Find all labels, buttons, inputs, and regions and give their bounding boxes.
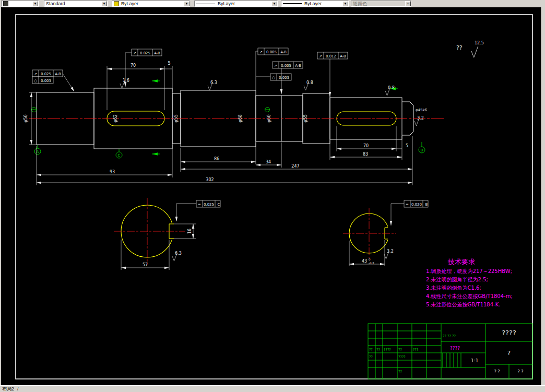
fcf-4[interactable]: ↗ 0.005 A-B — [256, 48, 288, 90]
color-combo[interactable]: ByLayer ▼ — [112, 1, 190, 7]
layer-combo-dropdown-icon[interactable]: ▼ — [32, 1, 38, 6]
general-roughness-note[interactable]: ?? 12.5 — [456, 41, 484, 57]
dim-label: 86 — [214, 157, 219, 161]
datum-target-mid[interactable] — [265, 108, 270, 112]
fcf-9[interactable]: = 0.020 B — [391, 200, 428, 225]
fcf-symbol: ○ — [272, 76, 275, 80]
tech-req-line: 2.未注明的圆角半径为2.5; — [426, 277, 488, 282]
dim-label: 5 — [168, 61, 170, 66]
fcf-value: 0.005 — [281, 64, 291, 68]
dim-keyway-right-length[interactable]: 70 5 — [337, 126, 408, 151]
drawing-canvas[interactable]: A C B 70 5 φ50 — [1, 7, 541, 385]
sheet-cell: ? ? — [517, 370, 523, 374]
linetype-value: ByLayer — [218, 1, 235, 6]
fcf-8[interactable]: = 0.025 C — [176, 200, 220, 221]
roughness-marks[interactable]: 1.6 6.3 0.8 0.8 3.2 6.3 3.2 — [120, 78, 424, 261]
tech-req-line: 3.未注明的倒角为C1.6; — [426, 285, 481, 291]
text-style-combo[interactable]: Standard ▼ — [44, 1, 108, 7]
title-block-cell: ???? — [384, 348, 391, 352]
scale-value: 1:1 — [471, 358, 478, 363]
datum-target-left[interactable] — [32, 108, 37, 112]
lineweight-dropdown-icon[interactable]: ▼ — [342, 1, 348, 6]
text-style-dropdown-icon[interactable]: ▼ — [101, 1, 107, 6]
linetype-combo[interactable]: ByLayer ▼ — [194, 1, 278, 7]
title-block[interactable]: ?? ?? ???? ?? ??? ?? ???? ?? ?? ?? ?? ??… — [368, 324, 532, 379]
dim-label: 70 — [363, 144, 369, 148]
fcf-7[interactable]: ↗ 0.012 A-B — [317, 52, 348, 97]
dim-length-302[interactable]: 302 — [37, 172, 412, 185]
fcf-value: 0.003 — [279, 76, 289, 80]
fcf-datum-ref: A-B — [340, 54, 346, 58]
fcf-symbol: ↗ — [133, 51, 136, 55]
text-style-value: Standard — [46, 1, 65, 6]
dim-label: φ55 — [174, 114, 179, 122]
dim-tolerance-upper: 0 — [369, 258, 371, 261]
dim-length-86[interactable]: 86 — [181, 142, 256, 164]
cross-section-right[interactable]: 43 0 -0.2 — [343, 208, 396, 266]
dim-keyway-left-length[interactable]: 70 5 — [107, 61, 172, 110]
dim-label: φ62 — [113, 114, 118, 122]
diameter-labels[interactable]: φ62 φ55 φ68 φ60 φ55 φ45k6 — [113, 108, 428, 123]
fcf-symbol: ↗ — [319, 54, 322, 58]
material-text: ? — [507, 350, 511, 357]
fcf-symbol: ↗ — [274, 64, 277, 68]
linetype-sample-icon — [196, 4, 215, 4]
fcf-2[interactable]: ○ 0.003 — [32, 77, 53, 84]
datum-b[interactable]: B — [419, 142, 425, 153]
fcf-6[interactable]: ○ 0.003 — [256, 74, 291, 80]
stamp-text: ???? — [450, 346, 460, 351]
technical-requirements[interactable]: 技术要求 1.调质处理，硬度为217～225HBW; 2.未注明的圆角半径为2.… — [426, 258, 513, 307]
datum-a[interactable]: A — [34, 145, 41, 155]
datum-c[interactable]: C — [116, 149, 122, 158]
title-block-cell: ?? — [398, 348, 402, 352]
plotstyle-value: 随颜色 — [353, 1, 367, 6]
dim-label: φ55 — [303, 114, 308, 122]
fcf-datum-ref: B — [425, 203, 428, 207]
vertical-scrollbar[interactable] — [541, 7, 545, 385]
title-block-cell: ?? — [369, 355, 373, 359]
drawing-title: ???? — [502, 329, 516, 337]
status-bar: 布局2 / — [0, 385, 545, 392]
fcf-value: 0.003 — [41, 79, 51, 83]
section-arrows[interactable] — [152, 81, 398, 154]
tab-separator: / — [17, 386, 19, 391]
dim-label: φ68 — [238, 114, 243, 122]
color-dropdown-icon[interactable]: ▼ — [184, 1, 189, 6]
roughness-value: 12.5 — [475, 41, 484, 45]
fcf-value: 0.025 — [204, 203, 214, 207]
fcf-symbol: ↗ — [34, 72, 37, 76]
dim-tolerance-lower: -0.2 — [369, 262, 374, 265]
tech-req-line: 4.线性尺寸未注公差按GB/T1804-m; — [426, 293, 513, 299]
dim-label: 5 — [406, 144, 408, 148]
fcf-datum-ref: A-B — [295, 64, 301, 68]
lineweight-value: ByLayer — [304, 1, 322, 6]
dim-length-93[interactable]: 93 — [37, 145, 172, 177]
tech-req-line: 1.调质处理，硬度为217～225HBW; — [426, 268, 512, 274]
layer-state-icon — [3, 1, 8, 6]
layout-tab[interactable]: 布局2 — [2, 386, 14, 392]
dim-label: 43 — [362, 259, 367, 264]
tech-req-line: 5.未注形位公差按GB/T1184-K. — [426, 302, 500, 307]
datum-c-label: C — [118, 153, 121, 158]
dim-length-34[interactable]: 34 — [256, 142, 281, 168]
roughness-value: 3.2 — [387, 249, 394, 254]
color-value: ByLayer — [121, 1, 138, 6]
dim-label: 93 — [110, 170, 115, 174]
title-block-cell: ?? — [398, 370, 402, 374]
title-block-cell: ?? — [376, 348, 380, 352]
title-block-cell: ??? — [413, 348, 418, 352]
title-block-cell: ?? ?? ?? — [443, 334, 456, 338]
title-block-cell: ?? — [369, 348, 373, 352]
linetype-dropdown-icon[interactable]: ▼ — [271, 1, 277, 6]
note-text: ?? — [456, 44, 463, 51]
fcf-datum-ref: A-B — [55, 72, 61, 76]
lineweight-combo[interactable]: ByLayer ▼ — [281, 1, 349, 7]
color-swatch-icon — [114, 1, 119, 6]
fcf-value: 0.025 — [140, 51, 150, 55]
layer-combo[interactable]: ▼ — [1, 1, 39, 7]
roughness-value: 3.2 — [417, 116, 424, 121]
cross-section-left[interactable]: 57 16 — [114, 198, 196, 270]
dim-label: 247 — [291, 164, 299, 169]
datum-a-label: A — [37, 150, 39, 154]
sheet-border — [16, 15, 532, 379]
